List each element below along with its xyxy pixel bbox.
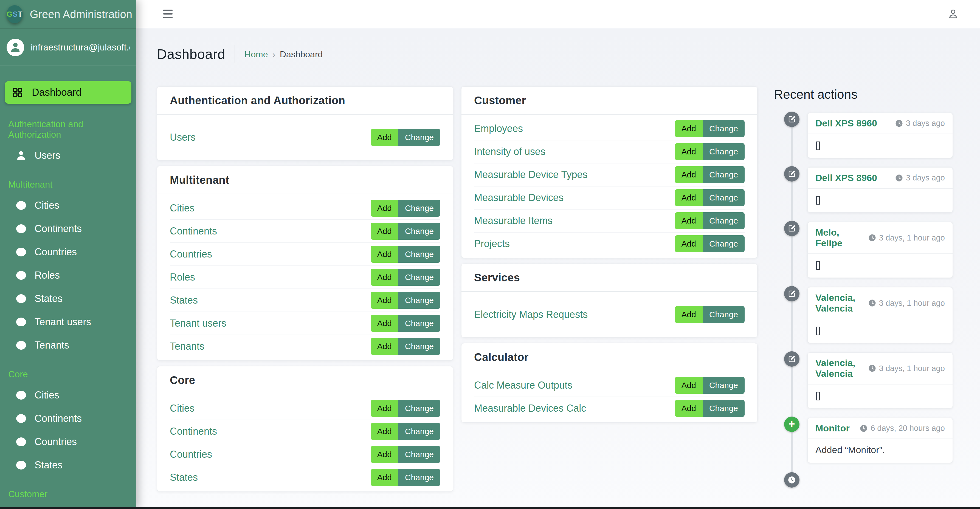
change-button[interactable]: Change bbox=[398, 223, 440, 240]
sidebar-section: Core Cities bbox=[0, 369, 136, 474]
app-card-body: Electricity Maps Requests Add Change bbox=[461, 292, 757, 337]
sidebar-item-dashboard[interactable]: Dashboard bbox=[5, 81, 131, 104]
model-link[interactable]: Measurable Items bbox=[474, 215, 552, 226]
sidebar-nav: Dashboard Authentication and Authorizati… bbox=[0, 66, 136, 509]
action-object-link[interactable]: Valencia, Valencia bbox=[815, 292, 868, 314]
change-button[interactable]: Change bbox=[398, 129, 440, 146]
action-object-link[interactable]: Valencia, Valencia bbox=[815, 358, 868, 379]
model-link[interactable]: Cities bbox=[170, 402, 194, 414]
sidebar-item[interactable]: States bbox=[0, 457, 136, 474]
change-button[interactable]: Change bbox=[398, 469, 440, 486]
model-link[interactable]: Electricity Maps Requests bbox=[474, 309, 588, 320]
action-object-link[interactable]: Dell XPS 8960 bbox=[815, 172, 877, 183]
change-button[interactable]: Change bbox=[398, 338, 440, 355]
change-button[interactable]: Change bbox=[703, 120, 745, 137]
model-row: Countries Add Change bbox=[170, 242, 440, 266]
change-button[interactable]: Change bbox=[703, 377, 745, 394]
change-button[interactable]: Change bbox=[703, 166, 745, 183]
add-button[interactable]: Add bbox=[371, 246, 398, 263]
change-button[interactable]: Change bbox=[703, 400, 745, 417]
model-link[interactable]: Measurable Device Types bbox=[474, 169, 588, 180]
sidebar-item[interactable]: States bbox=[0, 290, 136, 307]
change-button[interactable]: Change bbox=[398, 246, 440, 263]
model-link[interactable]: Countries bbox=[170, 248, 212, 260]
model-link[interactable]: Countries bbox=[170, 449, 212, 460]
sidebar-item[interactable]: Cities bbox=[0, 197, 136, 214]
sidebar-item-icon bbox=[15, 391, 27, 399]
breadcrumb-home-link[interactable]: Home bbox=[245, 49, 268, 59]
add-button[interactable]: Add bbox=[371, 200, 398, 217]
action-object-link[interactable]: Dell XPS 8960 bbox=[815, 118, 877, 129]
change-button[interactable]: Change bbox=[398, 200, 440, 217]
model-link[interactable]: Roles bbox=[170, 272, 195, 283]
sidebar-item[interactable]: Countries bbox=[0, 433, 136, 450]
change-button[interactable]: Change bbox=[398, 423, 440, 440]
model-link[interactable]: Projects bbox=[474, 238, 510, 250]
add-button[interactable]: Add bbox=[675, 235, 703, 252]
hamburger-menu-icon[interactable] bbox=[162, 8, 174, 20]
add-button[interactable]: Add bbox=[371, 129, 398, 146]
sidebar-item[interactable]: Users bbox=[0, 147, 136, 164]
model-link[interactable]: Intensity of uses bbox=[474, 146, 546, 157]
sidebar-item-icon bbox=[15, 248, 27, 256]
navbar-user-icon[interactable] bbox=[947, 8, 959, 20]
add-button[interactable]: Add bbox=[675, 400, 703, 417]
change-button[interactable]: Change bbox=[398, 269, 440, 286]
model-link[interactable]: Calc Measure Outputs bbox=[474, 380, 572, 391]
model-link[interactable]: Cities bbox=[170, 202, 194, 214]
add-button[interactable]: Add bbox=[675, 166, 703, 183]
sidebar-item[interactable]: Countries bbox=[0, 243, 136, 261]
add-button[interactable]: Add bbox=[371, 315, 398, 332]
change-button[interactable]: Change bbox=[703, 306, 745, 323]
user-email[interactable]: infraestructura@julasoft.c bbox=[31, 42, 130, 52]
model-row: States Add Change bbox=[170, 466, 440, 489]
sidebar-item[interactable]: Roles bbox=[0, 267, 136, 284]
model-link[interactable]: States bbox=[170, 294, 198, 306]
change-button[interactable]: Change bbox=[398, 292, 440, 309]
add-button[interactable]: Add bbox=[371, 292, 398, 309]
action-time-text: 3 days, 1 hour ago bbox=[879, 299, 945, 308]
sidebar-item[interactable]: Continents bbox=[0, 220, 136, 237]
add-button[interactable]: Add bbox=[371, 400, 398, 417]
add-button[interactable]: Add bbox=[675, 120, 703, 137]
change-button[interactable]: Change bbox=[398, 400, 440, 417]
add-button[interactable]: Add bbox=[371, 469, 398, 486]
action-card: Dell XPS 8960 3 days ago [] bbox=[807, 113, 953, 158]
model-link[interactable]: Continents bbox=[170, 226, 217, 237]
model-link[interactable]: Tenant users bbox=[170, 318, 226, 329]
add-button[interactable]: Add bbox=[371, 338, 398, 355]
model-link[interactable]: Continents bbox=[170, 426, 217, 437]
add-button[interactable]: Add bbox=[371, 446, 398, 463]
brand[interactable]: GST Green Administration bbox=[0, 0, 136, 29]
model-link[interactable]: Tenants bbox=[170, 340, 204, 352]
model-link[interactable]: Employees bbox=[474, 123, 523, 134]
add-button[interactable]: Add bbox=[675, 189, 703, 206]
change-button[interactable]: Change bbox=[703, 189, 745, 206]
sidebar-section-label: Core bbox=[8, 369, 136, 380]
model-link[interactable]: States bbox=[170, 472, 198, 483]
sidebar-item[interactable]: Tenant users bbox=[0, 313, 136, 331]
sidebar-item[interactable]: Cities bbox=[0, 387, 136, 404]
change-button[interactable]: Change bbox=[398, 446, 440, 463]
action-object-link[interactable]: Melo, Felipe bbox=[815, 227, 868, 248]
sidebar-item[interactable]: Tenants bbox=[0, 337, 136, 354]
model-link[interactable]: Users bbox=[170, 132, 196, 143]
change-button[interactable]: Change bbox=[703, 143, 745, 160]
change-button[interactable]: Change bbox=[703, 212, 745, 229]
add-button[interactable]: Add bbox=[371, 423, 398, 440]
add-button[interactable]: Add bbox=[675, 377, 703, 394]
change-button[interactable]: Change bbox=[703, 235, 745, 252]
sidebar-item-icon bbox=[15, 150, 27, 161]
model-link[interactable]: Measurable Devices Calc bbox=[474, 402, 586, 414]
page-title: Dashboard bbox=[157, 46, 225, 62]
add-button[interactable]: Add bbox=[675, 306, 703, 323]
sidebar-item[interactable]: Continents bbox=[0, 410, 136, 427]
add-button[interactable]: Add bbox=[371, 223, 398, 240]
model-link[interactable]: Measurable Devices bbox=[474, 192, 563, 204]
add-button[interactable]: Add bbox=[675, 212, 703, 229]
change-button[interactable]: Change bbox=[398, 315, 440, 332]
add-button[interactable]: Add bbox=[371, 269, 398, 286]
add-button[interactable]: Add bbox=[675, 143, 703, 160]
action-object-link[interactable]: Monitor bbox=[815, 423, 850, 434]
sidebar-item-icon bbox=[15, 201, 27, 210]
